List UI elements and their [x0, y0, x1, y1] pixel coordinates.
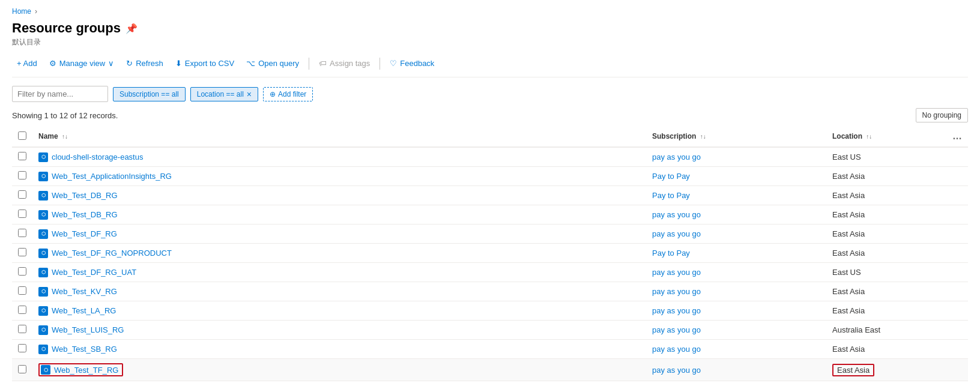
subscription-link[interactable]: Pay to Pay: [652, 249, 690, 258]
subscription-link[interactable]: pay as you go: [652, 345, 701, 354]
add-button[interactable]: + Add: [12, 56, 42, 71]
row-location-cell: East Asia: [826, 225, 946, 244]
resource-link[interactable]: ⬡ Web_Test_ApplicationInsights_RG: [38, 172, 640, 181]
row-checkbox-cell: [12, 340, 32, 359]
row-checkbox[interactable]: [18, 286, 26, 295]
row-menu-cell: [946, 244, 968, 263]
location-filter-tag[interactable]: Location == all ×: [190, 87, 258, 101]
location-filter-close-icon[interactable]: ×: [247, 90, 252, 98]
resource-link[interactable]: ⬡ Web_Test_DF_RG_UAT: [38, 268, 640, 277]
row-subscription-cell: Pay to Pay: [646, 186, 826, 205]
location-highlighted: East Asia: [832, 364, 874, 376]
subscription-link[interactable]: Pay to Pay: [652, 172, 690, 181]
row-checkbox[interactable]: [18, 325, 26, 333]
assign-tags-button[interactable]: 🏷 Assign tags: [314, 56, 375, 71]
row-checkbox-cell: [12, 359, 32, 381]
row-subscription-cell: pay as you go: [646, 301, 826, 321]
add-filter-button[interactable]: ⊕ Add filter: [263, 87, 313, 101]
row-subscription-cell: Pay to Pay: [646, 244, 826, 263]
location-text: East Asia: [832, 172, 865, 181]
resource-link[interactable]: ⬡ Web_Test_DB_RG: [38, 191, 640, 201]
select-all-checkbox[interactable]: [18, 131, 26, 140]
breadcrumb-home-link[interactable]: Home: [12, 7, 31, 16]
pin-icon[interactable]: 📌: [126, 23, 138, 34]
feedback-button[interactable]: ♡ Feedback: [385, 56, 439, 71]
row-checkbox[interactable]: [18, 267, 26, 276]
name-filter-input[interactable]: [12, 86, 108, 102]
resource-group-icon: ⬡: [38, 210, 48, 220]
resource-group-icon: ⬡: [38, 325, 48, 335]
table-row: ⬡ Web_Test_LUIS_RG pay as you go Austral…: [12, 321, 968, 340]
subscription-link[interactable]: pay as you go: [652, 152, 701, 161]
table-row: ⬡ Web_Test_DF_RG_NOPRODUCT Pay to Pay Ea…: [12, 244, 968, 263]
row-menu-cell: [946, 359, 968, 381]
table-row: ⬡ Web_Test_KV_RG pay as you go East Asia: [12, 282, 968, 301]
resource-group-icon: ⬡: [38, 172, 48, 181]
row-checkbox[interactable]: [18, 210, 26, 218]
row-checkbox[interactable]: [18, 171, 26, 179]
subscription-link[interactable]: pay as you go: [652, 229, 701, 238]
location-text: East Asia: [832, 210, 865, 219]
export-csv-button[interactable]: ⬇ Export to CSV: [171, 56, 239, 71]
resource-link[interactable]: Web_Test_TF_RG: [54, 366, 118, 375]
query-icon: ⌥: [246, 59, 255, 68]
download-icon: ⬇: [175, 59, 182, 68]
subscription-link[interactable]: pay as you go: [652, 366, 701, 375]
row-checkbox[interactable]: [18, 229, 26, 237]
subscription-column-header[interactable]: Subscription ↑↓: [646, 126, 826, 147]
row-checkbox[interactable]: [18, 248, 26, 256]
row-checkbox-cell: [12, 205, 32, 225]
name-column-header[interactable]: Name ↑↓: [32, 126, 646, 147]
page-container: Home › Resource groups 📌 默认目录 + Add ⚙ Ma…: [0, 0, 980, 386]
subscription-link[interactable]: pay as you go: [652, 210, 701, 219]
table-row: ⬡ Web_Test_SB_RG pay as you go East Asia: [12, 340, 968, 359]
toolbar-divider: [309, 58, 309, 70]
row-name-cell: ⬡ Web_Test_DB_RG: [32, 205, 646, 225]
manage-view-button[interactable]: ⚙ Manage view ∨: [44, 56, 119, 71]
row-location-cell: East US: [826, 147, 946, 167]
subscription-link[interactable]: pay as you go: [652, 306, 701, 315]
resource-group-icon: ⬡: [38, 152, 48, 162]
table-row: ⬡ Web_Test_DF_RG pay as you go East Asia: [12, 225, 968, 244]
row-checkbox[interactable]: [18, 306, 26, 314]
row-name-cell: ⬡ Web_Test_LA_RG: [32, 301, 646, 321]
resource-link[interactable]: ⬡ Web_Test_LA_RG: [38, 306, 640, 316]
toolbar-divider-2: [380, 58, 380, 70]
subscription-link[interactable]: Pay to Pay: [652, 191, 690, 200]
subscription-link[interactable]: pay as you go: [652, 268, 701, 277]
resource-link[interactable]: ⬡ Web_Test_SB_RG: [38, 345, 640, 354]
resource-groups-table: Name ↑↓ Subscription ↑↓ Location ↑↓ …: [12, 126, 968, 381]
select-all-header: [12, 126, 32, 147]
row-location-cell: East Asia: [826, 359, 946, 381]
row-checkbox[interactable]: [18, 190, 26, 199]
resource-link[interactable]: ⬡ Web_Test_DF_RG_NOPRODUCT: [38, 249, 640, 258]
resource-link[interactable]: ⬡ Web_Test_KV_RG: [38, 287, 640, 297]
row-checkbox[interactable]: [18, 152, 26, 160]
location-column-header[interactable]: Location ↑↓: [826, 126, 946, 147]
subscription-link[interactable]: pay as you go: [652, 325, 701, 334]
row-checkbox[interactable]: [18, 344, 26, 352]
subscription-filter-tag[interactable]: Subscription == all: [113, 87, 186, 101]
refresh-button[interactable]: ↻ Refresh: [121, 56, 168, 71]
row-menu-cell: [946, 340, 968, 359]
row-subscription-cell: Pay to Pay: [646, 167, 826, 186]
row-menu-cell: [946, 225, 968, 244]
subscription-link[interactable]: pay as you go: [652, 287, 701, 296]
location-text: East Asia: [832, 287, 865, 296]
resource-link[interactable]: ⬡ Web_Test_LUIS_RG: [38, 325, 640, 335]
resource-link[interactable]: ⬡ cloud-shell-storage-eastus: [38, 152, 640, 162]
row-menu-cell: [946, 263, 968, 282]
heart-icon: ♡: [390, 59, 397, 68]
resource-link[interactable]: ⬡ Web_Test_DF_RG: [38, 229, 640, 239]
resource-link[interactable]: ⬡ Web_Test_DB_RG: [38, 210, 640, 220]
table-row: ⬡ Web_Test_DF_RG_UAT pay as you go East …: [12, 263, 968, 282]
column-options-icon[interactable]: …: [952, 131, 962, 141]
open-query-button[interactable]: ⌥ Open query: [241, 56, 304, 71]
row-subscription-cell: pay as you go: [646, 225, 826, 244]
grouping-button[interactable]: No grouping: [916, 108, 968, 122]
row-location-cell: Australia East: [826, 321, 946, 340]
row-checkbox[interactable]: [18, 365, 26, 373]
location-text: East Asia: [832, 306, 865, 315]
location-text: East Asia: [832, 229, 865, 238]
resource-group-icon: ⬡: [41, 365, 50, 375]
